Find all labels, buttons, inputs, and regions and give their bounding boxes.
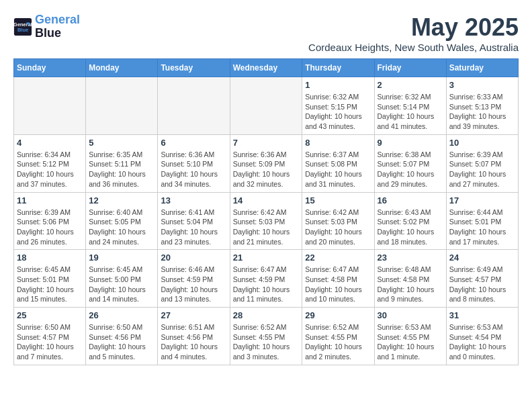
day-info: Sunrise: 6:39 AMSunset: 5:07 PMDaylight:… [449,150,515,189]
calendar-cell: 2Sunrise: 6:32 AMSunset: 5:14 PMDaylight… [374,77,446,135]
day-info: Sunrise: 6:42 AMSunset: 5:03 PMDaylight:… [305,208,371,247]
day-info: Sunrise: 6:44 AMSunset: 5:01 PMDaylight:… [449,208,515,247]
day-number: 30 [378,310,443,320]
day-number: 2 [378,80,443,90]
day-number: 5 [89,138,154,148]
day-header-friday: Friday [374,59,446,77]
day-info: Sunrise: 6:47 AMSunset: 4:58 PMDaylight:… [305,265,371,304]
day-number: 23 [378,253,443,263]
calendar-cell: 9Sunrise: 6:38 AMSunset: 5:07 PMDaylight… [374,134,446,192]
day-info: Sunrise: 6:52 AMSunset: 4:55 PMDaylight:… [305,322,371,362]
day-header-thursday: Thursday [302,59,374,77]
day-info: Sunrise: 6:49 AMSunset: 4:57 PMDaylight:… [449,265,515,304]
calendar-cell: 30Sunrise: 6:53 AMSunset: 4:55 PMDayligh… [374,308,446,365]
day-info: Sunrise: 6:50 AMSunset: 4:57 PMDaylight:… [17,322,83,362]
calendar-cell: 13Sunrise: 6:41 AMSunset: 5:04 PMDayligh… [158,192,230,250]
day-number: 11 [17,195,83,205]
day-info: Sunrise: 6:41 AMSunset: 5:04 PMDaylight:… [161,208,226,247]
day-number: 21 [233,253,300,263]
day-number: 31 [449,310,515,320]
calendar-cell [230,77,302,135]
day-number: 4 [17,138,83,148]
day-number: 24 [449,253,515,263]
day-info: Sunrise: 6:46 AMSunset: 4:59 PMDaylight:… [161,265,226,304]
calendar-cell: 28Sunrise: 6:52 AMSunset: 4:55 PMDayligh… [230,308,302,365]
day-number: 10 [449,138,515,148]
day-info: Sunrise: 6:48 AMSunset: 4:58 PMDaylight:… [378,265,443,304]
day-number: 3 [449,80,515,90]
day-number: 25 [17,310,83,320]
calendar-cell: 15Sunrise: 6:42 AMSunset: 5:03 PMDayligh… [302,192,374,250]
day-number: 20 [161,253,226,263]
calendar-cell: 1Sunrise: 6:32 AMSunset: 5:15 PMDaylight… [302,77,374,135]
calendar-cell: 3Sunrise: 6:33 AMSunset: 5:13 PMDaylight… [446,77,518,135]
week-row-4: 18Sunrise: 6:45 AMSunset: 5:01 PMDayligh… [14,250,519,308]
day-number: 22 [305,253,371,263]
calendar-cell: 8Sunrise: 6:37 AMSunset: 5:08 PMDaylight… [302,134,374,192]
day-info: Sunrise: 6:42 AMSunset: 5:03 PMDaylight:… [233,208,300,247]
day-info: Sunrise: 6:36 AMSunset: 5:10 PMDaylight:… [161,150,226,189]
month-title: May 2025 [308,13,519,42]
calendar-cell [86,77,158,135]
day-info: Sunrise: 6:34 AMSunset: 5:12 PMDaylight:… [17,150,83,189]
calendar-cell: 17Sunrise: 6:44 AMSunset: 5:01 PMDayligh… [446,192,518,250]
day-info: Sunrise: 6:53 AMSunset: 4:54 PMDaylight:… [449,322,515,362]
location-subtitle: Cordeaux Heights, New South Wales, Austr… [308,42,519,53]
calendar-header-row: SundayMondayTuesdayWednesdayThursdayFrid… [14,59,519,77]
day-number: 1 [305,80,371,90]
svg-text:Blue: Blue [17,27,28,33]
week-row-2: 4Sunrise: 6:34 AMSunset: 5:12 PMDaylight… [14,134,519,192]
day-number: 7 [233,138,300,148]
day-header-monday: Monday [86,59,158,77]
logo-text: GeneralBlue [35,13,80,40]
day-number: 12 [89,195,154,205]
calendar-cell: 4Sunrise: 6:34 AMSunset: 5:12 PMDaylight… [14,134,86,192]
calendar-cell: 25Sunrise: 6:50 AMSunset: 4:57 PMDayligh… [14,308,86,365]
calendar-cell: 27Sunrise: 6:51 AMSunset: 4:56 PMDayligh… [158,308,230,365]
page-header: General Blue GeneralBlue May 2025 Cordea… [13,13,519,53]
day-header-wednesday: Wednesday [230,59,302,77]
calendar-cell: 29Sunrise: 6:52 AMSunset: 4:55 PMDayligh… [302,308,374,365]
day-info: Sunrise: 6:37 AMSunset: 5:08 PMDaylight:… [305,150,371,189]
logo: General Blue GeneralBlue [13,13,80,40]
day-number: 15 [305,195,371,205]
day-number: 17 [449,195,515,205]
calendar-cell: 22Sunrise: 6:47 AMSunset: 4:58 PMDayligh… [302,250,374,308]
day-header-tuesday: Tuesday [158,59,230,77]
day-info: Sunrise: 6:43 AMSunset: 5:02 PMDaylight:… [378,208,443,247]
calendar-cell: 14Sunrise: 6:42 AMSunset: 5:03 PMDayligh… [230,192,302,250]
day-info: Sunrise: 6:53 AMSunset: 4:55 PMDaylight:… [378,322,443,362]
calendar-cell: 6Sunrise: 6:36 AMSunset: 5:10 PMDaylight… [158,134,230,192]
day-number: 19 [89,253,154,263]
day-number: 29 [305,310,371,320]
logo-icon: General Blue [13,17,32,36]
day-number: 16 [378,195,443,205]
calendar-cell: 31Sunrise: 6:53 AMSunset: 4:54 PMDayligh… [446,308,518,365]
calendar-cell: 20Sunrise: 6:46 AMSunset: 4:59 PMDayligh… [158,250,230,308]
calendar-cell: 19Sunrise: 6:45 AMSunset: 5:00 PMDayligh… [86,250,158,308]
day-number: 8 [305,138,371,148]
calendar-cell [14,77,86,135]
calendar-cell: 12Sunrise: 6:40 AMSunset: 5:05 PMDayligh… [86,192,158,250]
day-info: Sunrise: 6:52 AMSunset: 4:55 PMDaylight:… [233,322,300,362]
day-number: 28 [233,310,300,320]
calendar-cell: 23Sunrise: 6:48 AMSunset: 4:58 PMDayligh… [374,250,446,308]
day-info: Sunrise: 6:50 AMSunset: 4:56 PMDaylight:… [89,322,154,362]
calendar-cell: 24Sunrise: 6:49 AMSunset: 4:57 PMDayligh… [446,250,518,308]
day-info: Sunrise: 6:33 AMSunset: 5:13 PMDaylight:… [449,92,515,132]
calendar-cell: 5Sunrise: 6:35 AMSunset: 5:11 PMDaylight… [86,134,158,192]
day-info: Sunrise: 6:32 AMSunset: 5:14 PMDaylight:… [378,92,443,132]
calendar-cell [158,77,230,135]
calendar-cell: 21Sunrise: 6:47 AMSunset: 4:59 PMDayligh… [230,250,302,308]
day-info: Sunrise: 6:47 AMSunset: 4:59 PMDaylight:… [233,265,300,304]
day-info: Sunrise: 6:35 AMSunset: 5:11 PMDaylight:… [89,150,154,189]
day-info: Sunrise: 6:45 AMSunset: 5:00 PMDaylight:… [89,265,154,304]
day-number: 9 [378,138,443,148]
day-info: Sunrise: 6:32 AMSunset: 5:15 PMDaylight:… [305,92,371,132]
day-number: 26 [89,310,154,320]
calendar-cell: 26Sunrise: 6:50 AMSunset: 4:56 PMDayligh… [86,308,158,365]
day-header-sunday: Sunday [14,59,86,77]
day-number: 6 [161,138,226,148]
calendar-cell: 10Sunrise: 6:39 AMSunset: 5:07 PMDayligh… [446,134,518,192]
calendar-table: SundayMondayTuesdayWednesdayThursdayFrid… [13,58,519,365]
